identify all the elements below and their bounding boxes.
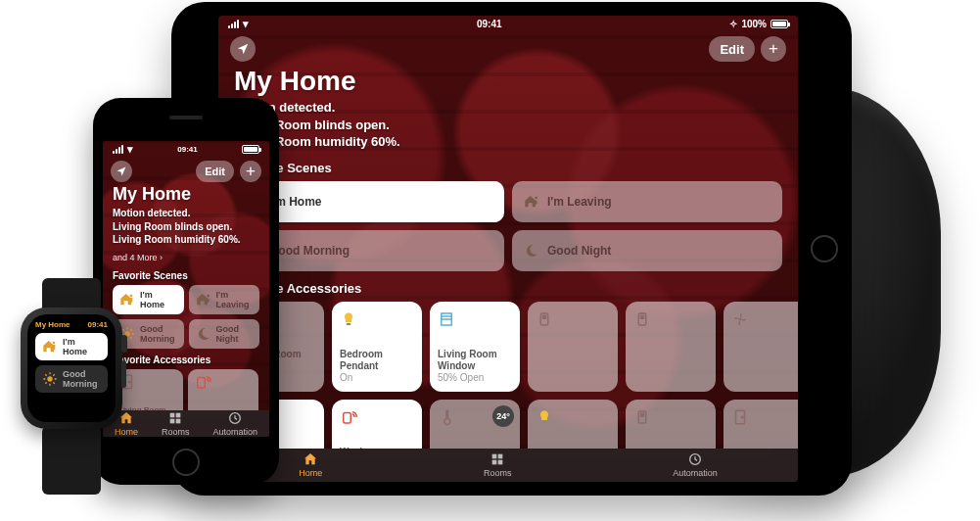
wifi-icon: ▾︎ (243, 18, 249, 30)
svg-rect-25 (641, 413, 644, 416)
moon-icon (196, 326, 211, 342)
scene-label: Good Night (547, 244, 611, 258)
svg-rect-30 (498, 454, 503, 459)
tab-automation[interactable]: Automation (673, 451, 718, 478)
fan-icon (731, 309, 798, 329)
tab-rooms[interactable]: Rooms (162, 410, 190, 437)
accessory-tile[interactable] (626, 400, 716, 449)
watch-scene-i-m-home[interactable]: I'm Home (35, 333, 108, 360)
status-bar: ▾︎ 09:41 (103, 141, 269, 158)
svg-point-57 (53, 342, 56, 345)
scene-label: Good Morning (269, 244, 350, 258)
accessory-tile[interactable]: WashroomMotionTriggered (332, 400, 422, 449)
svg-point-28 (742, 416, 744, 418)
accessory-tile[interactable]: Living RoomWindow50% Open (430, 302, 520, 392)
add-button[interactable]: + (240, 161, 261, 182)
location-button[interactable] (230, 36, 256, 62)
watch-crown[interactable] (121, 335, 127, 353)
watch-screen: My Home 09:41 I'm HomeGood Morning (27, 314, 116, 422)
window-icon (438, 309, 512, 329)
svg-rect-32 (498, 460, 503, 465)
svg-point-1 (535, 196, 537, 199)
tab-rooms[interactable]: Rooms (484, 451, 512, 478)
accessory-tile[interactable] (626, 302, 716, 392)
status-time: 09:41 (177, 145, 197, 154)
svg-line-66 (53, 374, 54, 375)
switch-icon (633, 309, 708, 329)
switch-icon (536, 309, 610, 329)
leave-person-icon (196, 292, 211, 308)
accessory-tile[interactable]: BedroomPendantOn (332, 302, 422, 392)
rooms-icon (490, 451, 505, 467)
svg-rect-54 (170, 419, 175, 424)
scene-good-night[interactable]: Good Night (189, 319, 260, 349)
edit-button[interactable]: Edit (196, 161, 234, 182)
svg-line-64 (53, 382, 54, 383)
accessory-tile[interactable] (723, 302, 798, 392)
tab-label: Rooms (162, 427, 190, 437)
svg-line-63 (45, 374, 46, 375)
svg-rect-15 (344, 412, 351, 423)
bulb-icon (340, 309, 414, 329)
status-line: Living Room blinds open. (234, 117, 782, 134)
scene-i-m-leaving[interactable]: I'm Leaving (512, 181, 782, 222)
status-summary: Motion detected. Living Room blinds open… (234, 99, 782, 151)
ipad-screen: ▾︎ 09:41 ✧ 100% Edit + (218, 16, 798, 482)
scenes-section-label: Favorite Scenes (103, 264, 269, 285)
tile-room: Living Room (438, 349, 512, 360)
scene-good-night[interactable]: Good Night (512, 230, 782, 271)
temp-badge: 24° (492, 405, 514, 427)
accessory-tile[interactable]: WashroomMotion (188, 369, 258, 411)
accessory-tile[interactable] (723, 400, 798, 449)
edit-button[interactable]: Edit (709, 36, 755, 62)
sun-icon (42, 371, 58, 387)
watch-title: My Home (35, 320, 70, 329)
automation-icon (687, 451, 703, 467)
scene-label: I'm Home (140, 290, 177, 309)
tab-label: Home (299, 468, 322, 478)
tab-label: Rooms (484, 468, 512, 478)
status-line: Living Room humidity 60%. (234, 133, 782, 151)
tile-state: On (340, 372, 414, 384)
tab-home[interactable]: Home (299, 451, 322, 478)
status-line: Motion detected. (234, 99, 782, 117)
rooms-icon (167, 410, 183, 426)
scene-label: Good Morning (63, 369, 101, 389)
svg-point-26 (739, 317, 742, 320)
watch-device: My Home 09:41 I'm HomeGood Morning (3, 286, 140, 487)
svg-rect-55 (176, 419, 181, 424)
svg-rect-21 (542, 420, 547, 422)
svg-rect-48 (198, 377, 206, 388)
svg-rect-23 (641, 315, 644, 318)
bluetooth-icon: ✧ (729, 19, 737, 29)
svg-rect-20 (543, 315, 546, 318)
signal-icon (228, 20, 239, 28)
accessory-tile[interactable] (528, 302, 618, 392)
motion-icon (194, 375, 253, 389)
status-line: Living Room blinds open. (113, 220, 259, 234)
switch-icon (633, 407, 708, 427)
location-arrow-icon (236, 42, 250, 56)
scene-label: Good Night (216, 324, 254, 344)
tab-automation[interactable]: Automation (212, 410, 257, 437)
watch-side-button[interactable] (121, 360, 126, 388)
svg-rect-31 (492, 460, 497, 465)
accessory-tile[interactable] (528, 400, 618, 449)
add-button[interactable]: + (761, 36, 786, 62)
automation-icon (227, 410, 243, 426)
tile-room: Bedroom (340, 349, 414, 360)
scene-label: I'm Leaving (547, 195, 612, 209)
scene-i-m-leaving[interactable]: I'm Leaving (189, 285, 260, 314)
page-title: My Home (234, 66, 782, 97)
accessory-tile[interactable]: 24°Living RoomTemperature (430, 400, 520, 449)
home-icon (303, 451, 318, 467)
iphone-home-button[interactable] (172, 449, 200, 476)
watch-band (42, 426, 101, 495)
ipad-home-button[interactable] (811, 235, 838, 262)
leave-person-icon (524, 194, 539, 210)
watch-scene-good-morning[interactable]: Good Morning (35, 365, 108, 393)
more-status-link[interactable]: and 4 More › (113, 253, 163, 262)
status-bar: ▾︎ 09:41 ✧ 100% (218, 16, 798, 32)
location-button[interactable] (111, 161, 132, 182)
svg-rect-14 (347, 322, 351, 324)
